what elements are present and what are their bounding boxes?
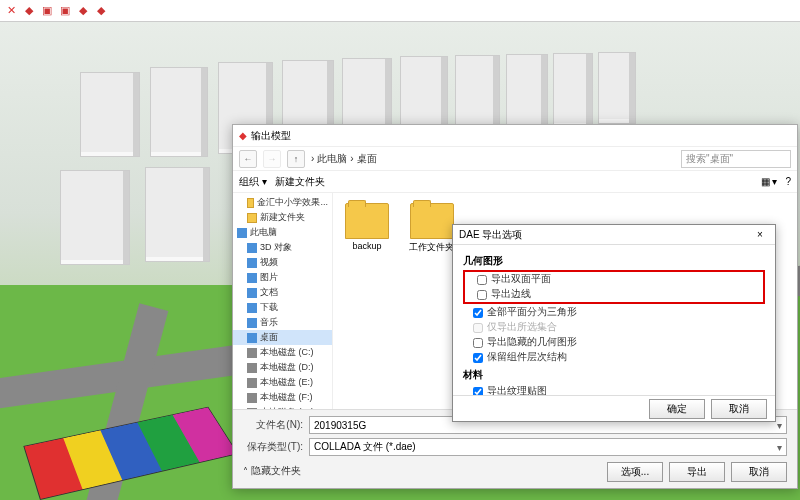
tree-music[interactable]: 音乐 — [233, 315, 332, 330]
checkbox[interactable] — [473, 387, 483, 396]
checkbox[interactable] — [473, 338, 483, 348]
folder-tree[interactable]: 金汇中小学效果... 新建文件夹 此电脑 3D 对象 视频 图片 文档 下载 音… — [233, 193, 333, 409]
tree-disk-d[interactable]: 本地磁盘 (D:) — [233, 360, 332, 375]
hide-folders-toggle[interactable]: ˄ 隐藏文件夹 — [243, 464, 301, 478]
folder-icon — [345, 203, 389, 239]
crumb-sep: › — [311, 153, 314, 164]
building — [80, 72, 140, 157]
tree-videos[interactable]: 视频 — [233, 255, 332, 270]
app-toolbar: ✕ ◆ ▣ ▣ ◆ ◆ — [0, 0, 800, 22]
checkbox[interactable] — [473, 353, 483, 363]
crumb-item[interactable]: 桌面 — [357, 152, 377, 166]
organize-menu[interactable]: 组织 ▾ — [239, 175, 267, 189]
checkbox — [473, 323, 483, 333]
highlight-box: 导出双面平面 导出边线 — [463, 270, 765, 304]
checkbox[interactable] — [477, 290, 487, 300]
opt-textures[interactable]: 导出纹理贴图 — [463, 384, 765, 395]
savetype-field[interactable]: COLLADA 文件 (*.dae) — [309, 438, 787, 456]
savetype-label: 保存类型(T): — [243, 440, 303, 454]
nav-up-button[interactable]: ↑ — [287, 150, 305, 168]
export-button[interactable]: 导出 — [669, 462, 725, 482]
tree-documents[interactable]: 文档 — [233, 285, 332, 300]
tool-icon[interactable]: ◆ — [94, 4, 108, 18]
filename-label: 文件名(N): — [243, 418, 303, 432]
tool-icon[interactable]: ▣ — [40, 4, 54, 18]
tool-icon[interactable]: ▣ — [58, 4, 72, 18]
dialog-toolbar: 组织 ▾ 新建文件夹 ▦ ▾ ? — [233, 171, 797, 193]
opt-edges[interactable]: 导出边线 — [467, 287, 761, 302]
building — [553, 53, 593, 128]
tree-pictures[interactable]: 图片 — [233, 270, 332, 285]
building — [598, 52, 636, 124]
building — [60, 170, 130, 265]
building — [150, 67, 208, 157]
close-icon[interactable]: × — [751, 229, 769, 240]
tool-icon[interactable]: ◆ — [76, 4, 90, 18]
building — [506, 54, 548, 132]
checkbox[interactable] — [477, 275, 487, 285]
tree-desktop[interactable]: 桌面 — [233, 330, 332, 345]
options-button[interactable]: 选项... — [607, 462, 663, 482]
checkbox[interactable] — [473, 308, 483, 318]
dae-options-dialog: DAE 导出选项 × 几何图形 导出双面平面 导出边线 全部平面分为三角形 仅导… — [452, 224, 776, 422]
dialog-titlebar[interactable]: ◆ 输出模型 — [233, 125, 797, 147]
section-geometry: 几何图形 — [463, 254, 765, 268]
folder-label: backup — [352, 241, 381, 251]
opt-selection-only: 仅导出所选集合 — [463, 320, 765, 335]
breadcrumb[interactable]: › 此电脑 › 桌面 — [311, 152, 675, 166]
tool-x-icon[interactable]: ✕ — [4, 4, 18, 18]
ok-button[interactable]: 确定 — [649, 399, 705, 419]
opt-hierarchy[interactable]: 保留组件层次结构 — [463, 350, 765, 365]
app-icon: ◆ — [239, 130, 247, 141]
tree-this-pc[interactable]: 此电脑 — [233, 225, 332, 240]
help-button[interactable]: ? — [785, 176, 791, 187]
folder-label: 工作文件夹 — [409, 241, 454, 254]
building — [145, 167, 210, 262]
opt-hidden-geom[interactable]: 导出隐藏的几何图形 — [463, 335, 765, 350]
tree-disk-f[interactable]: 本地磁盘 (F:) — [233, 390, 332, 405]
nav-bar: ← → ↑ › 此电脑 › 桌面 搜索"桌面" — [233, 147, 797, 171]
tree-folder[interactable]: 金汇中小学效果... — [233, 195, 332, 210]
tree-3d-objects[interactable]: 3D 对象 — [233, 240, 332, 255]
tree-folder[interactable]: 新建文件夹 — [233, 210, 332, 225]
nav-back-button[interactable]: ← — [239, 150, 257, 168]
tree-disk-e[interactable]: 本地磁盘 (E:) — [233, 375, 332, 390]
section-materials: 材料 — [463, 368, 765, 382]
search-input[interactable]: 搜索"桌面" — [681, 150, 791, 168]
opt-two-sided[interactable]: 导出双面平面 — [467, 272, 761, 287]
new-folder-button[interactable]: 新建文件夹 — [275, 175, 325, 189]
dialog2-footer: 确定 取消 — [453, 395, 775, 421]
nav-forward-button[interactable]: → — [263, 150, 281, 168]
cancel-button[interactable]: 取消 — [731, 462, 787, 482]
crumb-item[interactable]: 此电脑 — [317, 152, 347, 166]
tool-icon[interactable]: ◆ — [22, 4, 36, 18]
view-options-button[interactable]: ▦ ▾ — [761, 176, 778, 187]
folder-work[interactable]: 工作文件夹 — [409, 203, 454, 254]
tree-disk-c[interactable]: 本地磁盘 (C:) — [233, 345, 332, 360]
dialog2-titlebar[interactable]: DAE 导出选项 × — [453, 225, 775, 245]
chevron-up-icon: ˄ — [243, 466, 248, 477]
dialog2-title: DAE 导出选项 — [459, 228, 522, 242]
cancel-button[interactable]: 取消 — [711, 399, 767, 419]
folder-icon — [410, 203, 454, 239]
tree-downloads[interactable]: 下载 — [233, 300, 332, 315]
opt-triangulate[interactable]: 全部平面分为三角形 — [463, 305, 765, 320]
crumb-sep: › — [350, 153, 353, 164]
dialog-title: 输出模型 — [251, 129, 291, 143]
folder-backup[interactable]: backup — [345, 203, 389, 251]
